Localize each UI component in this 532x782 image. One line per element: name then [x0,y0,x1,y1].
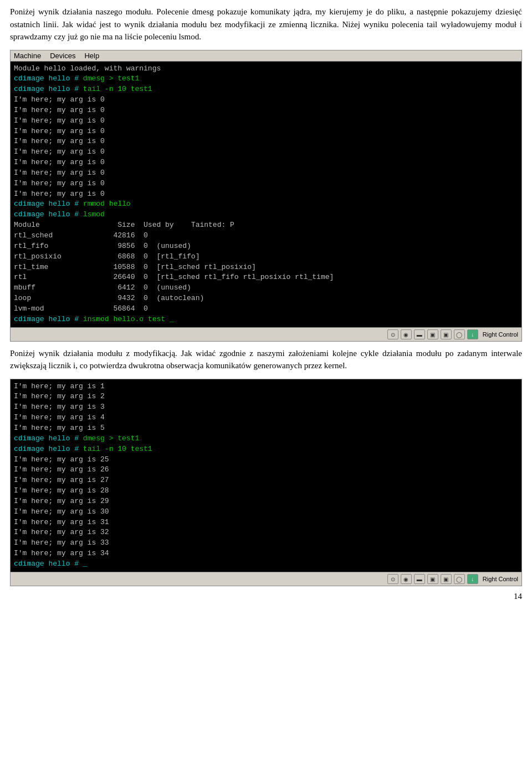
footer-btn-6[interactable]: ◯ [454,329,465,339]
text-block-2: Poniżej wynik działania modułu z modyfik… [10,347,522,372]
term2-line-6: cdimage hello # dmesg > test1 [14,434,518,444]
footer-btn-t2-5[interactable]: ▣ [441,574,452,584]
term1-line-19: rtl_posixio 6868 0 [rtl_fifo] [14,252,518,262]
text-block-1: Poniżej wynik działania naszego modułu. … [10,6,522,43]
footer-btn-7[interactable]: ↓ [467,329,478,339]
term1-line-21: rtl 26640 0 [rtl_sched rtl_fifo rtl_posi… [14,272,518,283]
term1-line-23: loop 9432 0 (autoclean) [14,293,518,304]
footer-btn-t2-7[interactable]: ↓ [467,574,478,584]
paragraph-1: Poniżej wynik działania naszego modułu. … [10,7,522,41]
term2-line-1: I'm here; my arg is 1 [14,382,518,392]
term2-line-2: I'm here; my arg is 2 [14,392,518,402]
term1-line-25: cdimage hello # insmod hello.o test _ [14,314,518,325]
terminal-1: Machine Devices Help Module hello loaded… [10,50,522,342]
term1-line-18: rtl_fifo 9856 0 (unused) [14,241,518,252]
footer-btn-1[interactable]: ⊙ [387,329,398,339]
terminal-1-menubar[interactable]: Machine Devices Help [11,50,521,62]
terminal-2-footer: ⊙ ◉ ▬ ▣ ▣ ◯ ↓ Right Control [11,572,521,586]
terminal-2: I'm here; my arg is 1 I'm here; my arg i… [10,379,522,586]
term1-line-15: cdimage hello # lsmod [14,210,518,220]
term1-line-20: rtl_time 10588 0 [rtl_sched rtl_posixio] [14,262,518,273]
term1-line-10: I'm here; my arg is 0 [14,158,518,168]
terminal-1-body[interactable]: Module hello loaded, with warnings cdima… [11,62,521,327]
term2-line-14: I'm here; my arg is 31 [14,517,518,528]
term1-line-22: mbuff 6412 0 (unused) [14,283,518,293]
terminal-1-footer: ⊙ ◉ ▬ ▣ ▣ ◯ ↓ Right Control [11,327,521,341]
terminal-2-body[interactable]: I'm here; my arg is 1 I'm here; my arg i… [11,379,521,572]
term1-line-4: I'm here; my arg is 0 [14,95,518,105]
term1-line-13: I'm here; my arg is 0 [14,189,518,200]
term2-line-3: I'm here; my arg is 3 [14,402,518,413]
term1-line-6: I'm here; my arg is 0 [14,116,518,126]
footer-btn-2[interactable]: ◉ [401,329,412,339]
term2-line-12: I'm here; my arg is 29 [14,496,518,507]
footer-btn-3[interactable]: ▬ [414,329,425,339]
term1-line-16: Module Size Used by Tainted: P [14,220,518,231]
term1-line-9: I'm here; my arg is 0 [14,147,518,158]
term1-line-8: I'm here; my arg is 0 [14,136,518,147]
menu-help[interactable]: Help [84,52,99,60]
footer-btn-5[interactable]: ▣ [441,329,452,339]
term1-line-17: rtl_sched 42816 0 [14,231,518,241]
term1-line-24: lvm-mod 56864 0 [14,304,518,314]
term1-line-7: I'm here; my arg is 0 [14,126,518,137]
footer-btn-t2-1[interactable]: ⊙ [387,574,398,584]
term1-line-1: Module hello loaded, with warnings [14,64,518,74]
term2-line-18: cdimage hello # _ [14,559,518,570]
footer-btn-t2-4[interactable]: ▣ [427,574,438,584]
term2-line-17: I'm here; my arg is 34 [14,549,518,559]
footer-btn-t2-6[interactable]: ◯ [454,574,465,584]
right-control-label-2: Right Control [483,576,518,582]
term2-line-8: I'm here; my arg is 25 [14,455,518,465]
term2-line-7: cdimage hello # tail -n 10 test1 [14,444,518,455]
footer-btn-4[interactable]: ▣ [427,329,438,339]
term2-line-10: I'm here; my arg is 27 [14,475,518,486]
term2-line-4: I'm here; my arg is 4 [14,413,518,423]
term2-line-16: I'm here; my arg is 33 [14,538,518,549]
footer-btn-t2-3[interactable]: ▬ [414,574,425,584]
term1-line-5: I'm here; my arg is 0 [14,105,518,116]
page-content: Poniżej wynik działania naszego modułu. … [0,0,532,607]
paragraph-2: Poniżej wynik działania modułu z modyfik… [10,349,522,370]
term1-line-14: cdimage hello # rmmod hello [14,199,518,210]
right-control-label-1: Right Control [483,331,518,338]
term1-line-2: cdimage hello # dmesg > test1 [14,74,518,84]
menu-devices[interactable]: Devices [50,52,75,60]
term2-line-15: I'm here; my arg is 32 [14,527,518,538]
term2-line-9: I'm here; my arg is 26 [14,465,518,475]
term1-line-11: I'm here; my arg is 0 [14,168,518,179]
term1-line-12: I'm here; my arg is 0 [14,179,518,189]
footer-btn-t2-2[interactable]: ◉ [401,574,412,584]
page-number: 14 [10,592,522,601]
term1-line-3: cdimage hello # tail -n 10 test1 [14,84,518,95]
term2-line-13: I'm here; my arg is 30 [14,507,518,517]
term2-line-11: I'm here; my arg is 28 [14,486,518,496]
menu-machine[interactable]: Machine [14,52,41,60]
term2-line-5: I'm here; my arg is 5 [14,423,518,434]
